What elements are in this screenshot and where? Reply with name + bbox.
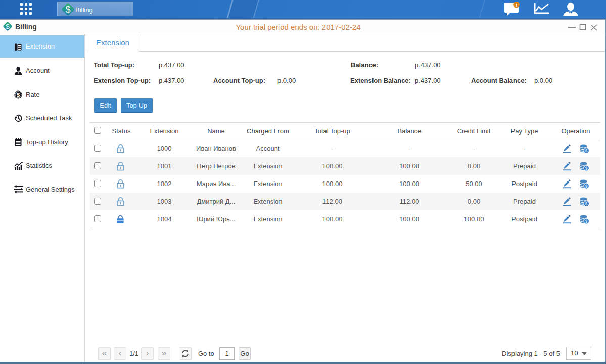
svg-text:$: $: [65, 5, 70, 15]
svg-text:!: !: [516, 2, 517, 8]
svg-text:$: $: [17, 92, 20, 98]
